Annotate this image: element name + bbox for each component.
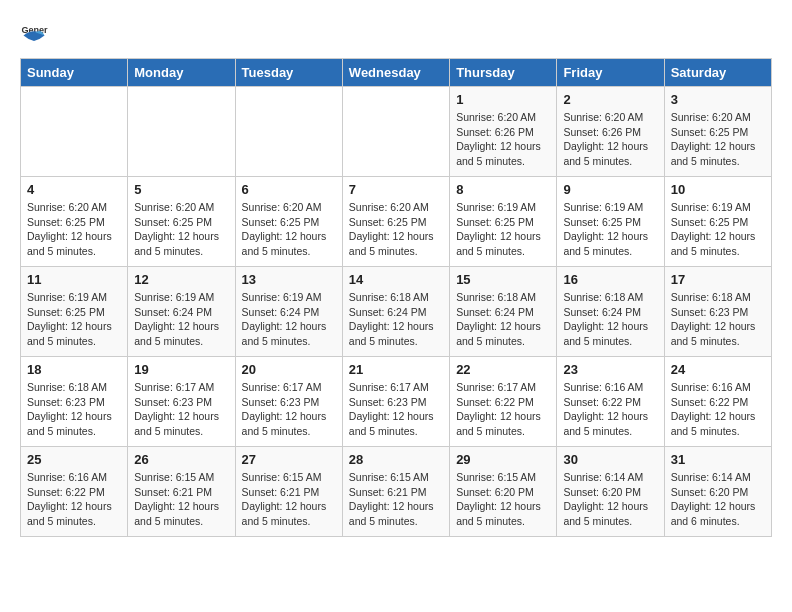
day-number: 24: [671, 362, 765, 377]
calendar-cell: 9Sunrise: 6:19 AMSunset: 6:25 PMDaylight…: [557, 177, 664, 267]
calendar-cell: 6Sunrise: 6:20 AMSunset: 6:25 PMDaylight…: [235, 177, 342, 267]
calendar-cell: 15Sunrise: 6:18 AMSunset: 6:24 PMDayligh…: [450, 267, 557, 357]
day-info: Sunrise: 6:15 AMSunset: 6:21 PMDaylight:…: [134, 470, 228, 529]
day-header-monday: Monday: [128, 59, 235, 87]
day-number: 20: [242, 362, 336, 377]
day-info: Sunrise: 6:20 AMSunset: 6:25 PMDaylight:…: [27, 200, 121, 259]
day-info: Sunrise: 6:18 AMSunset: 6:24 PMDaylight:…: [349, 290, 443, 349]
day-info: Sunrise: 6:17 AMSunset: 6:22 PMDaylight:…: [456, 380, 550, 439]
day-info: Sunrise: 6:15 AMSunset: 6:20 PMDaylight:…: [456, 470, 550, 529]
calendar-cell: 24Sunrise: 6:16 AMSunset: 6:22 PMDayligh…: [664, 357, 771, 447]
calendar-table: SundayMondayTuesdayWednesdayThursdayFrid…: [20, 58, 772, 537]
day-info: Sunrise: 6:19 AMSunset: 6:25 PMDaylight:…: [27, 290, 121, 349]
calendar-cell: [21, 87, 128, 177]
calendar-cell: 27Sunrise: 6:15 AMSunset: 6:21 PMDayligh…: [235, 447, 342, 537]
day-info: Sunrise: 6:16 AMSunset: 6:22 PMDaylight:…: [27, 470, 121, 529]
day-info: Sunrise: 6:20 AMSunset: 6:26 PMDaylight:…: [456, 110, 550, 169]
day-header-friday: Friday: [557, 59, 664, 87]
day-info: Sunrise: 6:16 AMSunset: 6:22 PMDaylight:…: [563, 380, 657, 439]
day-header-saturday: Saturday: [664, 59, 771, 87]
calendar-cell: 26Sunrise: 6:15 AMSunset: 6:21 PMDayligh…: [128, 447, 235, 537]
day-number: 22: [456, 362, 550, 377]
day-info: Sunrise: 6:15 AMSunset: 6:21 PMDaylight:…: [242, 470, 336, 529]
day-number: 15: [456, 272, 550, 287]
day-info: Sunrise: 6:19 AMSunset: 6:24 PMDaylight:…: [242, 290, 336, 349]
day-number: 9: [563, 182, 657, 197]
day-info: Sunrise: 6:14 AMSunset: 6:20 PMDaylight:…: [563, 470, 657, 529]
day-info: Sunrise: 6:16 AMSunset: 6:22 PMDaylight:…: [671, 380, 765, 439]
day-number: 6: [242, 182, 336, 197]
day-info: Sunrise: 6:19 AMSunset: 6:25 PMDaylight:…: [671, 200, 765, 259]
day-info: Sunrise: 6:20 AMSunset: 6:25 PMDaylight:…: [242, 200, 336, 259]
day-info: Sunrise: 6:19 AMSunset: 6:25 PMDaylight:…: [456, 200, 550, 259]
day-number: 16: [563, 272, 657, 287]
calendar-cell: 16Sunrise: 6:18 AMSunset: 6:24 PMDayligh…: [557, 267, 664, 357]
day-header-wednesday: Wednesday: [342, 59, 449, 87]
calendar-header-row: SundayMondayTuesdayWednesdayThursdayFrid…: [21, 59, 772, 87]
calendar-cell: 3Sunrise: 6:20 AMSunset: 6:25 PMDaylight…: [664, 87, 771, 177]
calendar-week-row: 18Sunrise: 6:18 AMSunset: 6:23 PMDayligh…: [21, 357, 772, 447]
day-number: 27: [242, 452, 336, 467]
calendar-cell: 23Sunrise: 6:16 AMSunset: 6:22 PMDayligh…: [557, 357, 664, 447]
day-number: 29: [456, 452, 550, 467]
calendar-cell: 19Sunrise: 6:17 AMSunset: 6:23 PMDayligh…: [128, 357, 235, 447]
day-number: 26: [134, 452, 228, 467]
calendar-cell: 10Sunrise: 6:19 AMSunset: 6:25 PMDayligh…: [664, 177, 771, 267]
day-number: 3: [671, 92, 765, 107]
day-header-thursday: Thursday: [450, 59, 557, 87]
day-info: Sunrise: 6:18 AMSunset: 6:23 PMDaylight:…: [671, 290, 765, 349]
day-number: 7: [349, 182, 443, 197]
day-number: 5: [134, 182, 228, 197]
day-number: 12: [134, 272, 228, 287]
day-number: 31: [671, 452, 765, 467]
day-number: 10: [671, 182, 765, 197]
calendar-cell: 25Sunrise: 6:16 AMSunset: 6:22 PMDayligh…: [21, 447, 128, 537]
day-info: Sunrise: 6:20 AMSunset: 6:25 PMDaylight:…: [134, 200, 228, 259]
day-number: 30: [563, 452, 657, 467]
logo: General: [20, 20, 52, 48]
calendar-cell: 31Sunrise: 6:14 AMSunset: 6:20 PMDayligh…: [664, 447, 771, 537]
calendar-cell: 8Sunrise: 6:19 AMSunset: 6:25 PMDaylight…: [450, 177, 557, 267]
day-number: 18: [27, 362, 121, 377]
calendar-cell: 14Sunrise: 6:18 AMSunset: 6:24 PMDayligh…: [342, 267, 449, 357]
day-header-tuesday: Tuesday: [235, 59, 342, 87]
day-info: Sunrise: 6:17 AMSunset: 6:23 PMDaylight:…: [242, 380, 336, 439]
calendar-cell: [342, 87, 449, 177]
day-info: Sunrise: 6:20 AMSunset: 6:26 PMDaylight:…: [563, 110, 657, 169]
calendar-cell: 13Sunrise: 6:19 AMSunset: 6:24 PMDayligh…: [235, 267, 342, 357]
day-info: Sunrise: 6:18 AMSunset: 6:24 PMDaylight:…: [563, 290, 657, 349]
day-number: 25: [27, 452, 121, 467]
calendar-week-row: 1Sunrise: 6:20 AMSunset: 6:26 PMDaylight…: [21, 87, 772, 177]
day-number: 2: [563, 92, 657, 107]
calendar-cell: 21Sunrise: 6:17 AMSunset: 6:23 PMDayligh…: [342, 357, 449, 447]
calendar-cell: 1Sunrise: 6:20 AMSunset: 6:26 PMDaylight…: [450, 87, 557, 177]
calendar-cell: 28Sunrise: 6:15 AMSunset: 6:21 PMDayligh…: [342, 447, 449, 537]
day-number: 4: [27, 182, 121, 197]
logo-icon: General: [20, 20, 48, 48]
day-info: Sunrise: 6:19 AMSunset: 6:25 PMDaylight:…: [563, 200, 657, 259]
day-info: Sunrise: 6:15 AMSunset: 6:21 PMDaylight:…: [349, 470, 443, 529]
calendar-week-row: 4Sunrise: 6:20 AMSunset: 6:25 PMDaylight…: [21, 177, 772, 267]
day-info: Sunrise: 6:17 AMSunset: 6:23 PMDaylight:…: [134, 380, 228, 439]
calendar-cell: [128, 87, 235, 177]
day-info: Sunrise: 6:20 AMSunset: 6:25 PMDaylight:…: [349, 200, 443, 259]
calendar-cell: 29Sunrise: 6:15 AMSunset: 6:20 PMDayligh…: [450, 447, 557, 537]
day-number: 21: [349, 362, 443, 377]
calendar-week-row: 11Sunrise: 6:19 AMSunset: 6:25 PMDayligh…: [21, 267, 772, 357]
day-number: 28: [349, 452, 443, 467]
day-info: Sunrise: 6:17 AMSunset: 6:23 PMDaylight:…: [349, 380, 443, 439]
calendar-cell: 22Sunrise: 6:17 AMSunset: 6:22 PMDayligh…: [450, 357, 557, 447]
calendar-cell: 2Sunrise: 6:20 AMSunset: 6:26 PMDaylight…: [557, 87, 664, 177]
calendar-cell: 12Sunrise: 6:19 AMSunset: 6:24 PMDayligh…: [128, 267, 235, 357]
calendar-cell: 30Sunrise: 6:14 AMSunset: 6:20 PMDayligh…: [557, 447, 664, 537]
day-header-sunday: Sunday: [21, 59, 128, 87]
calendar-cell: 17Sunrise: 6:18 AMSunset: 6:23 PMDayligh…: [664, 267, 771, 357]
day-info: Sunrise: 6:19 AMSunset: 6:24 PMDaylight:…: [134, 290, 228, 349]
calendar-cell: 5Sunrise: 6:20 AMSunset: 6:25 PMDaylight…: [128, 177, 235, 267]
day-info: Sunrise: 6:18 AMSunset: 6:23 PMDaylight:…: [27, 380, 121, 439]
calendar-cell: 18Sunrise: 6:18 AMSunset: 6:23 PMDayligh…: [21, 357, 128, 447]
page-header: General: [20, 20, 772, 48]
calendar-cell: [235, 87, 342, 177]
day-number: 14: [349, 272, 443, 287]
calendar-cell: 11Sunrise: 6:19 AMSunset: 6:25 PMDayligh…: [21, 267, 128, 357]
